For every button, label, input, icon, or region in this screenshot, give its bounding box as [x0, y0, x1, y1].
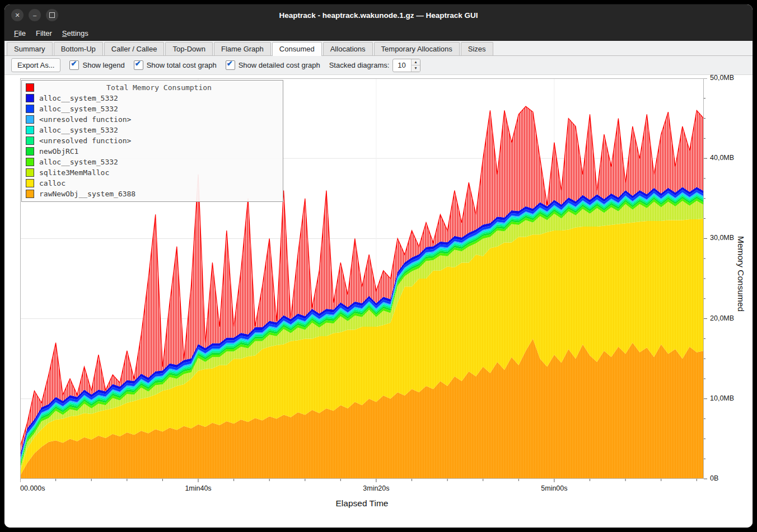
- checkbox-icon: ✔: [69, 60, 79, 70]
- legend-swatch: [26, 179, 34, 187]
- legend-label: <unresolved function>: [39, 115, 131, 124]
- toolbar: Export As... ✔ Show legend ✔ Show total …: [4, 56, 753, 75]
- legend-swatch: [26, 190, 34, 198]
- legend-label: rawNewObj__system_6388: [39, 190, 135, 198]
- legend-item: alloc__system_5332: [22, 93, 283, 103]
- x-axis-tick-label: 00.000s: [20, 484, 45, 492]
- titlebar: ✕ – Heaptrack - heaptrack.wakunode.1.gz …: [4, 4, 753, 26]
- legend-title: Total Memory Consumption: [39, 83, 279, 92]
- tab-consumed[interactable]: Consumed: [272, 42, 322, 56]
- legend-item: calloc: [22, 178, 283, 189]
- tab-summary[interactable]: Summary: [7, 42, 53, 55]
- y-axis-tick-label: 20,0MB: [710, 314, 734, 322]
- legend-item: <unresolved function>: [22, 114, 283, 125]
- legend-label: alloc__system_5332: [39, 105, 118, 113]
- heaptrack-window: ✕ – Heaptrack - heaptrack.wakunode.1.gz …: [4, 4, 753, 528]
- legend-item: rawNewObj__system_6388: [22, 189, 283, 199]
- spinner-down-icon[interactable]: ▼: [412, 65, 419, 72]
- show-detailed-cost-label: Show detailed cost graph: [239, 61, 320, 69]
- legend-swatch: [26, 136, 34, 145]
- x-axis-tick-label: 3min20s: [363, 484, 389, 492]
- legend-label: newObjRC1: [39, 147, 78, 156]
- menu-file[interactable]: File: [9, 27, 31, 39]
- legend-swatch: [26, 147, 34, 156]
- legend-swatch: [26, 94, 34, 102]
- y-axis-tick-label: 30,0MB: [710, 234, 734, 242]
- minimize-button[interactable]: –: [29, 9, 41, 21]
- legend-item: newObjRC1: [22, 146, 283, 157]
- legend-label: calloc: [39, 179, 66, 187]
- menu-filter[interactable]: Filter: [31, 27, 57, 39]
- legend-item: alloc__system_5332: [22, 157, 283, 167]
- checkbox-icon: ✔: [226, 60, 235, 70]
- show-total-cost-checkbox[interactable]: ✔ Show total cost graph: [134, 60, 217, 70]
- y-axis-tick-label: 0B: [710, 474, 718, 482]
- legend-item: sqlite3MemMalloc: [22, 167, 283, 178]
- legend-item: alloc__system_5332: [22, 103, 283, 114]
- close-button[interactable]: ✕: [11, 9, 24, 21]
- tab-allocations[interactable]: Allocations: [323, 42, 373, 55]
- y-axis-title: Memory Consumed: [736, 236, 746, 312]
- show-detailed-cost-checkbox[interactable]: ✔ Show detailed cost graph: [226, 60, 320, 70]
- stacked-diagrams-spinner[interactable]: 10 ▲ ▼: [392, 59, 420, 72]
- legend-label: alloc__system_5332: [39, 126, 118, 134]
- legend-swatch: [26, 115, 34, 124]
- tab-caller-callee[interactable]: Caller / Callee: [104, 42, 165, 55]
- y-axis-tick-label: 40,0MB: [710, 154, 734, 162]
- x-axis-tick-label: 1min40s: [185, 484, 211, 492]
- show-legend-checkbox[interactable]: ✔ Show legend: [69, 60, 124, 70]
- stacked-diagrams-label: Stacked diagrams:: [329, 61, 390, 69]
- tab-bottom-up[interactable]: Bottom-Up: [54, 42, 103, 55]
- checkbox-icon: ✔: [134, 60, 143, 70]
- export-as-button[interactable]: Export As...: [11, 58, 60, 72]
- legend-label: alloc__system_5332: [39, 94, 118, 102]
- legend-swatch: [26, 105, 34, 113]
- legend-title-row: Total Memory Consumption: [22, 82, 283, 93]
- legend-swatch-total: [26, 83, 34, 92]
- window-controls: ✕ –: [11, 9, 58, 21]
- tab-flame-graph[interactable]: Flame Graph: [214, 42, 271, 55]
- x-axis-tick-label: 5min00s: [541, 484, 567, 492]
- chart-legend: Total Memory Consumptionalloc__system_53…: [21, 80, 283, 202]
- maximize-icon: [49, 12, 55, 18]
- legend-item: alloc__system_5332: [22, 125, 283, 135]
- menu-settings[interactable]: Settings: [57, 27, 94, 39]
- y-axis-tick-label: 50,0MB: [710, 74, 734, 82]
- y-axis-tick-label: 10,0MB: [710, 394, 734, 402]
- close-icon: ✕: [15, 12, 20, 18]
- spinner-up-icon[interactable]: ▲: [412, 59, 419, 66]
- legend-label: alloc__system_5332: [39, 158, 118, 166]
- legend-swatch: [26, 158, 34, 166]
- legend-label: sqlite3MemMalloc: [39, 168, 109, 177]
- legend-item: <unresolved function>: [22, 135, 283, 146]
- window-title: Heaptrack - heaptrack.wakunode.1.gz — He…: [279, 11, 478, 20]
- minimize-icon: –: [33, 12, 36, 18]
- show-total-cost-label: Show total cost graph: [147, 61, 217, 69]
- tab-bar: Summary Bottom-Up Caller / Callee Top-Do…: [4, 41, 753, 56]
- tab-sizes[interactable]: Sizes: [461, 42, 493, 55]
- maximize-button[interactable]: [46, 9, 58, 21]
- legend-swatch: [26, 126, 34, 134]
- tab-temporary-allocations[interactable]: Temporary Allocations: [374, 42, 460, 55]
- legend-swatch: [26, 168, 34, 177]
- chart-area: Total Memory Consumptionalloc__system_53…: [4, 75, 753, 528]
- stacked-diagrams-value[interactable]: 10: [393, 59, 411, 72]
- menubar: File Filter Settings: [4, 26, 753, 41]
- legend-label: <unresolved function>: [39, 136, 131, 145]
- show-legend-label: Show legend: [82, 61, 124, 69]
- tab-top-down[interactable]: Top-Down: [165, 42, 213, 55]
- x-axis-title: Elapsed Time: [20, 498, 704, 509]
